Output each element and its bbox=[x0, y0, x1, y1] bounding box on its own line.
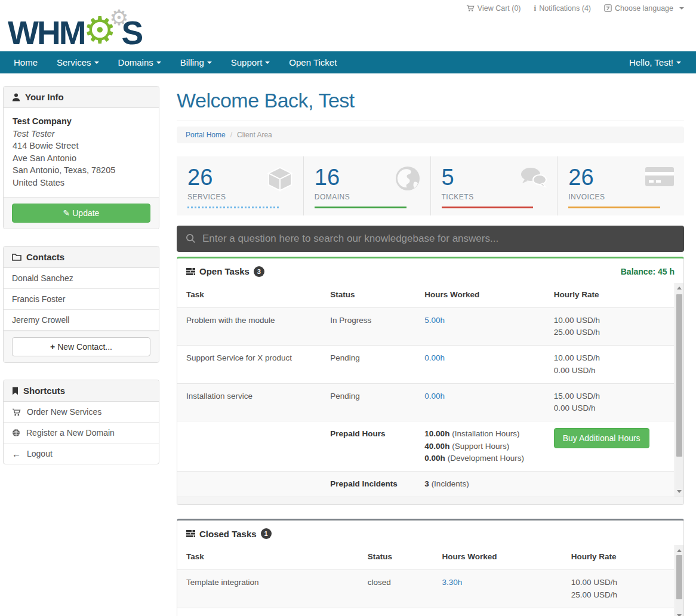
domains-accent-bar bbox=[315, 207, 406, 208]
user-icon bbox=[12, 93, 20, 101]
nav-billing-label: Billing bbox=[180, 57, 204, 67]
nav-item-billing[interactable]: Billing bbox=[171, 51, 221, 73]
scroll-down-arrow[interactable] bbox=[675, 612, 683, 616]
comments-icon bbox=[519, 165, 547, 190]
closed-tasks-title: Closed Tasks bbox=[199, 529, 257, 539]
buy-additional-hours-button[interactable]: Buy Additional Hours bbox=[554, 428, 649, 448]
scrollbar-thumb[interactable] bbox=[676, 294, 682, 457]
nav-open-ticket-label: Open Ticket bbox=[289, 57, 337, 67]
client-address-line: San Antonio, Texas, 78205 bbox=[13, 164, 150, 177]
prepaid-desc: (Support Hours) bbox=[452, 442, 509, 451]
table-row: Installation service Pending 0.00h 15.00… bbox=[177, 383, 674, 421]
contact-name: Donald Sanchez bbox=[12, 273, 73, 283]
col-status: Status bbox=[359, 545, 433, 570]
your-info-body: Test Company Test Tester 414 Bowie Stree… bbox=[4, 108, 159, 197]
task-hours-link[interactable]: 0.00h bbox=[424, 353, 445, 362]
task-hours-link[interactable]: 3.30h bbox=[442, 578, 462, 587]
whmcs-logo[interactable]: WHM⚙⚙S bbox=[8, 14, 141, 51]
col-status: Status bbox=[321, 283, 415, 308]
task-name: Installation service bbox=[177, 383, 321, 421]
balance-label: Balance: 45 h bbox=[621, 267, 675, 276]
notifications-link[interactable]: i Notifications (4) bbox=[534, 4, 591, 13]
prepaid-incidents-row: Prepaid Incidents 3 (Incidents) bbox=[177, 472, 674, 497]
nav-item-services[interactable]: Services bbox=[47, 51, 109, 73]
stat-invoices[interactable]: 26 INVOICES bbox=[557, 156, 684, 215]
closed-tasks-panel: Closed Tasks 1 Task Status Hours Worked … bbox=[177, 519, 684, 616]
contacts-footer: + New Contact... bbox=[4, 331, 159, 362]
rate-line: 15.00 USD/h bbox=[554, 390, 669, 402]
shortcut-label: Order New Services bbox=[27, 407, 101, 417]
prepaid-hours-values: 10.00h (Installation Hours) 40.00h (Supp… bbox=[415, 421, 544, 472]
shortcut-register-domain[interactable]: Register a New Domain bbox=[4, 423, 159, 443]
closed-tasks-table: Task Status Hours Worked Hourly Rate Tem… bbox=[177, 545, 674, 616]
logo-text-whm: WHM bbox=[8, 14, 84, 51]
prepaid-value: 40.00h bbox=[424, 442, 449, 451]
shortcuts-header: Shortcuts bbox=[4, 380, 159, 402]
stat-tickets[interactable]: 5 TICKETS bbox=[430, 156, 558, 215]
nav-support-label: Support bbox=[231, 57, 263, 67]
arrow-left-icon: ← bbox=[12, 449, 21, 458]
nav-services-label: Services bbox=[57, 57, 91, 67]
prepaid-desc: (Development Hours) bbox=[448, 454, 524, 463]
shortcut-logout[interactable]: ← Logout bbox=[4, 443, 159, 464]
open-tasks-header: Open Tasks 3 Balance: 45 h bbox=[177, 258, 683, 283]
stat-domains[interactable]: 16 DOMAINS bbox=[303, 156, 430, 215]
nav-left: Home Services Domains Billing Support Op… bbox=[0, 51, 346, 73]
task-hours-link[interactable]: 0.00h bbox=[424, 392, 445, 401]
scrollbar bbox=[675, 283, 683, 497]
new-contact-button[interactable]: + New Contact... bbox=[12, 337, 150, 356]
sidebar: Your Info Test Company Test Tester 414 B… bbox=[3, 77, 159, 616]
user-menu[interactable]: Hello, Test! bbox=[620, 51, 696, 73]
nav-item-home[interactable]: Home bbox=[0, 51, 47, 73]
view-cart-link[interactable]: View Cart (0) bbox=[466, 4, 521, 13]
credit-card-icon bbox=[645, 165, 675, 188]
nav-item-support[interactable]: Support bbox=[221, 51, 280, 73]
stat-services[interactable]: 26 SERVICES bbox=[177, 156, 303, 215]
shortcut-label: Logout bbox=[27, 449, 53, 458]
prepaid-hours-label: Prepaid Hours bbox=[321, 421, 415, 472]
col-hours-worked: Hours Worked bbox=[415, 283, 544, 308]
scroll-up-arrow[interactable] bbox=[675, 284, 683, 292]
your-info-header: Your Info bbox=[4, 87, 159, 108]
cart-icon bbox=[12, 408, 21, 416]
chevron-down-icon bbox=[94, 61, 99, 64]
language-menu[interactable]: Choose language bbox=[604, 4, 684, 13]
new-contact-button-label: New Contact... bbox=[57, 342, 112, 352]
shortcut-order-new-services[interactable]: Order New Services bbox=[4, 402, 159, 423]
pencil-icon: ✎ bbox=[63, 208, 70, 218]
title-divider bbox=[177, 121, 684, 121]
rate-line: 0.00 USD/h bbox=[554, 402, 669, 414]
col-task: Task bbox=[177, 283, 321, 308]
task-status: Pending bbox=[321, 383, 415, 421]
task-status: closed bbox=[359, 570, 433, 608]
scrollbar-thumb[interactable] bbox=[676, 555, 682, 599]
chevron-down-icon bbox=[156, 61, 161, 64]
contact-list-item[interactable]: Francis Foster bbox=[4, 289, 159, 310]
chevron-down-icon bbox=[676, 61, 681, 64]
nav-item-domains[interactable]: Domains bbox=[109, 51, 171, 73]
contact-list-item[interactable]: Jeremy Crowell bbox=[4, 310, 159, 331]
cart-icon bbox=[466, 4, 475, 12]
scroll-up-arrow[interactable] bbox=[675, 546, 683, 555]
task-rate: 10.00 USD/h 25.00 USD/h bbox=[545, 307, 674, 346]
col-task: Task bbox=[177, 545, 359, 570]
task-rate: 10.00 USD/h 0.00 USD/h bbox=[545, 346, 674, 384]
tasks-icon bbox=[186, 267, 195, 276]
kb-search-input[interactable] bbox=[202, 233, 675, 245]
task-hours-link[interactable]: 5.00h bbox=[424, 316, 445, 325]
main-content: Welcome Back, Test Portal Home / Client … bbox=[177, 77, 684, 616]
chevron-down-icon bbox=[207, 61, 212, 64]
col-hourly-rate: Hourly Rate bbox=[562, 545, 674, 570]
nav-item-open-ticket[interactable]: Open Ticket bbox=[279, 51, 346, 73]
tasks-icon bbox=[186, 529, 195, 538]
client-address-line: Ave San Antonio bbox=[13, 152, 150, 165]
breadcrumb-portal-home[interactable]: Portal Home bbox=[186, 131, 226, 139]
tickets-label: TICKETS bbox=[442, 193, 547, 201]
scroll-down-arrow[interactable] bbox=[675, 487, 683, 495]
gear-small-icon: ⚙ bbox=[109, 6, 128, 30]
update-button[interactable]: ✎ Update bbox=[12, 204, 150, 223]
breadcrumb: Portal Home / Client Area bbox=[177, 127, 684, 143]
prepaid-hours-row: Prepaid Hours 10.00h (Installation Hours… bbox=[177, 421, 674, 472]
task-rate: 10.00 USD/h 25.00 USD/h bbox=[562, 570, 674, 608]
contact-list-item[interactable]: Donald Sanchez bbox=[4, 268, 159, 289]
